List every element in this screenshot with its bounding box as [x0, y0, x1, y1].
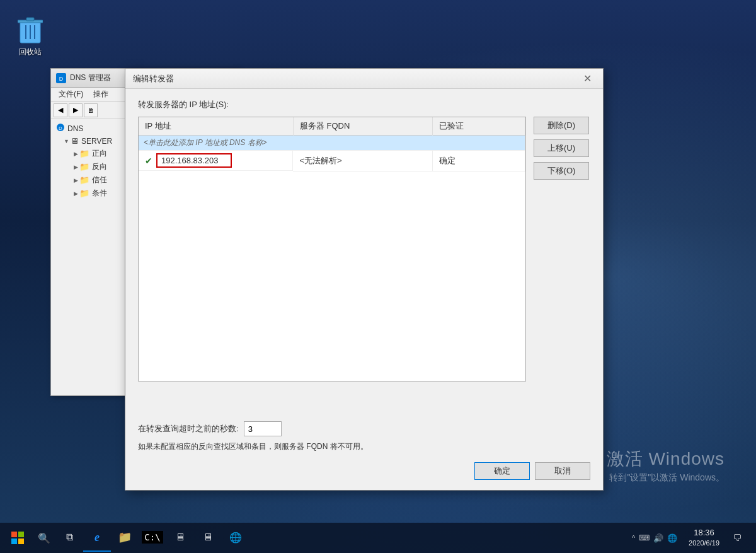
svg-rect-2 [26, 18, 34, 21]
dialog-table-row: IP 地址 服务器 FQDN 已验证 <单击此处添加 IP 地址或 DNS 名称… [138, 117, 590, 414]
search-button[interactable]: 🔍 [33, 527, 55, 549]
network-icon: 🌐 [229, 532, 242, 544]
dialog-footer: 在转发查询超时之前的秒数: 如果未配置相应的反向查找区域和条目，则服务器 FQD… [138, 421, 590, 480]
ip-entry-ip: ✔ 192.168.83.203 [139, 151, 293, 171]
cmd-icon: C:\ [142, 531, 163, 544]
ip-input-row[interactable]: <单击此处添加 IP 地址或 DNS 名称> [139, 136, 525, 151]
ip-input-cell[interactable]: <单击此处添加 IP 地址或 DNS 名称> [139, 136, 525, 151]
timeout-label: 在转发查询超时之前的秒数: [138, 423, 239, 434]
tray-icons: ^ ⌨ 🔊 🌐 [632, 533, 677, 543]
notification-button[interactable]: 🗨 [726, 527, 748, 549]
recycle-bin-label: 回收站 [19, 47, 42, 57]
dns-title-icon: D [56, 73, 66, 83]
network-taskbar-button[interactable]: 🌐 [222, 524, 249, 552]
action-buttons: 确定 取消 [138, 462, 590, 480]
folder-icon-1: 📁 [79, 149, 89, 158]
reverse-zone-label: 反向 [92, 161, 107, 172]
dns-window-title: DNS 管理器 [70, 73, 111, 83]
col-ip-header: IP 地址 [139, 117, 293, 136]
dialog-side-buttons: 删除(D) 上移(U) 下移(O) [534, 117, 590, 414]
dialog-title: 编辑转发器 [133, 73, 579, 84]
cancel-button[interactable]: 取消 [535, 462, 590, 480]
dns-menu-action[interactable]: 操作 [88, 88, 113, 101]
remote-desktop-taskbar-button[interactable]: 🖥 [194, 524, 222, 552]
trust-zone-label: 信任 [92, 175, 107, 185]
server-manager-taskbar-button[interactable]: 🖥 [166, 524, 194, 552]
desktop: 回收站 激活 Windows 转到"设置"以激活 Windows。 D DNS … [0, 0, 756, 553]
delete-button[interactable]: 删除(D) [534, 117, 589, 134]
dialog-body: 转发服务器的 IP 地址(S): IP 地址 服务器 FQDN 已验证 [125, 89, 603, 490]
dns-menu-file[interactable]: 文件(F) [54, 88, 88, 101]
verified-check-icon: ✔ [145, 156, 152, 166]
search-icon: 🔍 [38, 532, 50, 544]
volume-tray-icon[interactable]: 🔊 [653, 533, 663, 543]
ip-address-value: 192.168.83.203 [156, 153, 232, 168]
svg-rect-13 [18, 538, 24, 544]
back-button[interactable]: ◀ [54, 103, 67, 117]
move-down-button[interactable]: 下移(O) [534, 162, 589, 180]
taskbar: 🔍 ⧉ e 📁 C:\ 🖥 🖥 🌐 [0, 523, 756, 553]
ip-table-container: IP 地址 服务器 FQDN 已验证 <单击此处添加 IP 地址或 DNS 名称… [138, 117, 526, 381]
network-tray-icon[interactable]: 🌐 [667, 533, 677, 543]
ip-input-hint: <单击此处添加 IP 地址或 DNS 名称> [144, 137, 267, 148]
expand-forward: ▶ [74, 151, 78, 157]
start-button[interactable] [3, 523, 33, 553]
timeout-input[interactable] [244, 421, 282, 436]
folder-icon-3: 📁 [79, 175, 89, 185]
edit-forwarder-dialog: 编辑转发器 ✕ 转发服务器的 IP 地址(S): IP 地址 服务器 FQDN … [125, 68, 604, 491]
forward-button[interactable]: ▶ [69, 103, 83, 117]
svg-rect-10 [11, 532, 17, 537]
refresh-button[interactable]: 🗎 [84, 103, 98, 117]
footer-note: 如果未配置相应的反向查找区域和条目，则服务器 FQDN 将不可用。 [138, 441, 590, 452]
svg-text:D: D [59, 125, 62, 131]
folder-icon-2: 📁 [79, 162, 89, 172]
expand-condition: ▶ [74, 190, 78, 197]
clock-date: 2020/6/19 [689, 538, 719, 547]
svg-text:D: D [59, 76, 64, 82]
system-tray: ^ ⌨ 🔊 🌐 18:36 2020/6/19 🗨 [627, 527, 753, 549]
ip-entry-verified: 确定 [432, 151, 525, 172]
ie-taskbar-button[interactable]: e [83, 524, 111, 552]
explorer-taskbar-button[interactable]: 📁 [111, 524, 139, 552]
ip-table-header: IP 地址 服务器 FQDN 已验证 [139, 117, 525, 136]
col-verified-header: 已验证 [432, 117, 525, 136]
timeout-label-row: 在转发查询超时之前的秒数: [138, 421, 590, 436]
remote-desktop-icon: 🖥 [203, 532, 213, 543]
svg-rect-11 [18, 532, 24, 537]
task-view-icon: ⧉ [66, 532, 73, 543]
ip-entry-fqdn: <无法解析> [293, 151, 432, 172]
server-manager-icon: 🖥 [175, 532, 185, 543]
ip-entry-row-0[interactable]: ✔ 192.168.83.203 <无法解析> 确定 [139, 151, 525, 172]
keyboard-tray-icon[interactable]: ⌨ [639, 533, 650, 542]
dns-icon: D [56, 123, 65, 134]
tray-caret[interactable]: ^ [632, 534, 635, 542]
cmd-taskbar-button[interactable]: C:\ [139, 524, 166, 552]
notification-icon: 🗨 [733, 533, 742, 543]
folder-icon-4: 📁 [79, 189, 89, 198]
explorer-icon: 📁 [118, 530, 132, 544]
tree-dns-label: DNS [67, 124, 83, 133]
recycle-bin-icon [15, 15, 45, 45]
dialog-subtitle: 转发服务器的 IP 地址(S): [138, 99, 590, 110]
clock-time: 18:36 [689, 528, 719, 538]
ie-icon: e [94, 531, 100, 544]
tree-server-label: SERVER [81, 137, 112, 146]
forward-zone-label: 正向 [92, 148, 107, 159]
expand-reverse: ▶ [74, 164, 78, 170]
ok-button[interactable]: 确定 [474, 462, 530, 480]
server-icon: 🖥 [71, 136, 79, 146]
condition-zone-label: 条件 [92, 188, 107, 199]
tree-expand-icon: ▼ [64, 138, 69, 144]
svg-rect-12 [11, 538, 17, 544]
ip-table-body: <单击此处添加 IP 地址或 DNS 名称> ✔ 192.168.83.203 [139, 136, 525, 172]
task-view-button[interactable]: ⧉ [55, 524, 83, 552]
col-fqdn-header: 服务器 FQDN [293, 117, 432, 136]
recycle-bin[interactable]: 回收站 [13, 13, 48, 60]
system-clock[interactable]: 18:36 2020/6/19 [685, 527, 723, 549]
dialog-close-button[interactable]: ✕ [579, 71, 595, 87]
dialog-title-bar: 编辑转发器 ✕ [125, 69, 603, 89]
ip-table: IP 地址 服务器 FQDN 已验证 <单击此处添加 IP 地址或 DNS 名称… [139, 117, 525, 172]
move-up-button[interactable]: 上移(U) [534, 139, 589, 157]
expand-trust: ▶ [74, 177, 78, 183]
